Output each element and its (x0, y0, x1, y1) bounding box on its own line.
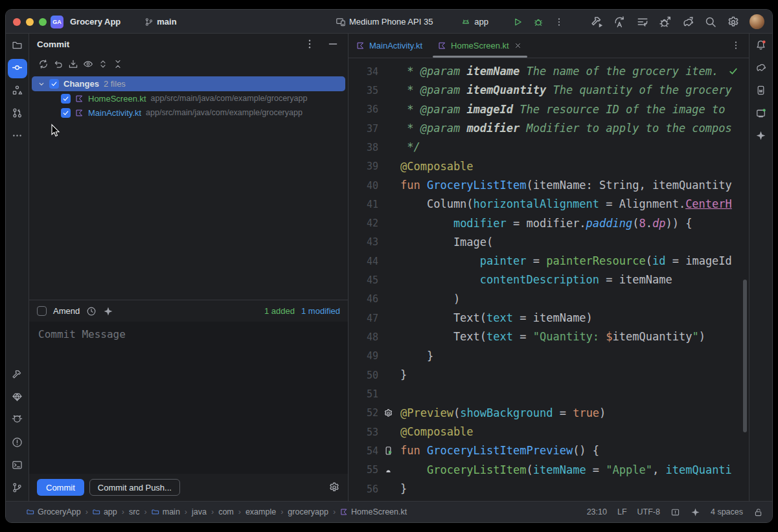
breadcrumb-item[interactable]: main (152, 507, 180, 516)
search-everywhere-icon[interactable] (704, 16, 717, 28)
tool-logcat[interactable] (8, 411, 27, 430)
commit-message-input[interactable]: Commit Message (29, 322, 348, 474)
inspections-ok-icon[interactable] (728, 66, 738, 76)
minimize-window-button[interactable] (26, 18, 34, 26)
code-line-40[interactable]: fun GroceryListItem(itemName: String, it… (400, 176, 749, 195)
changes-group-row[interactable]: Changes 2 files (32, 76, 345, 91)
encoding[interactable]: UTF-8 (637, 507, 660, 516)
code-line-45[interactable]: contentDescription = itemName (400, 271, 749, 289)
commit-and-push-button[interactable]: Commit and Push... (89, 479, 180, 496)
tool-pull-requests[interactable] (8, 104, 27, 124)
shelve-icon[interactable] (65, 56, 80, 72)
code-line-35[interactable]: * @param itemQuantity The quantity of th… (400, 81, 749, 100)
tool-app-quality[interactable] (8, 388, 27, 408)
breadcrumb-item[interactable]: src (129, 507, 140, 516)
debug-button[interactable] (533, 17, 543, 27)
breadcrumb-item[interactable]: groceryapp (288, 507, 328, 516)
view-options-icon[interactable] (80, 56, 95, 72)
commit-settings-gear-icon[interactable] (328, 482, 340, 493)
tool-version-control[interactable] (8, 479, 27, 498)
code-line-38[interactable]: */ (400, 138, 749, 157)
caret-position[interactable]: 23:10 (587, 507, 607, 516)
settings-icon[interactable] (727, 16, 740, 28)
changed-file-row[interactable]: MainActivity.kt app/src/main/java/com/ex… (32, 105, 345, 120)
ai-actions-icon[interactable] (613, 16, 626, 28)
breadcrumb-item[interactable]: app (93, 507, 117, 516)
breadcrumb-item[interactable]: com (218, 507, 234, 516)
code-line-50[interactable]: } (400, 366, 749, 384)
branch-selector[interactable]: main (142, 14, 189, 29)
ai-commit-message-icon[interactable] (103, 306, 113, 316)
zoom-window-button[interactable] (39, 18, 47, 26)
tab-options-icon[interactable] (731, 40, 742, 52)
file-checkbox[interactable] (61, 94, 71, 104)
line-ending[interactable]: LF (617, 507, 627, 516)
changed-file-row[interactable]: HomeScreen.kt app/src/main/java/com/exam… (32, 91, 345, 105)
profiler-icon[interactable] (659, 16, 672, 28)
close-window-button[interactable] (13, 18, 21, 26)
rollback-icon[interactable] (51, 56, 65, 72)
code-line-46[interactable]: ) (400, 290, 749, 309)
tool-device-manager[interactable] (751, 104, 771, 124)
commit-panel-hide-button[interactable] (327, 38, 339, 50)
tool-project[interactable] (8, 36, 27, 56)
breadcrumb-item[interactable]: GroceryApp (27, 507, 81, 516)
code-line-47[interactable]: Text(text = itemName) (400, 309, 749, 327)
code-line-41[interactable]: Column(horizontalAlignment = Alignment.C… (400, 195, 749, 214)
code-line-44[interactable]: painter = painterResource(id = imageId (400, 252, 749, 271)
breadcrumb-item[interactable]: HomeScreen.kt (340, 507, 407, 516)
changes-group-checkbox[interactable] (49, 79, 59, 89)
editor-scrollbar[interactable] (743, 280, 747, 432)
ai-assistant-icon[interactable] (691, 507, 700, 517)
commit-panel-options-button[interactable] (304, 38, 315, 50)
code-line-51[interactable] (400, 384, 749, 403)
collapse-all-icon[interactable] (110, 56, 125, 72)
code-area[interactable]: * @param itemName The name of the grocer… (400, 62, 749, 501)
commit-button[interactable]: Commit (37, 479, 84, 496)
code-line-53[interactable]: @Composable (400, 423, 749, 441)
code-line-34[interactable]: * @param itemName The name of the grocer… (400, 62, 749, 81)
code-line-48[interactable]: Text(text = "Quantity: $itemQuantity") (400, 327, 749, 346)
run-gutter-icon[interactable] (378, 446, 398, 456)
more-run-actions-button[interactable] (554, 17, 564, 27)
tool-commit[interactable] (8, 59, 27, 78)
code-line-42[interactable]: modifier = modifier.padding(8.dp)) { (400, 214, 749, 233)
code-line-55[interactable]: GroceryListItem(itemName = "Apple", item… (400, 461, 749, 480)
tool-problems[interactable] (8, 434, 27, 453)
code-line-52[interactable]: @Preview(showBackground = true) (400, 404, 749, 423)
build-run-icon[interactable] (591, 16, 604, 28)
code-line-54[interactable]: fun GroceryListItemPreview() { (400, 441, 749, 460)
code-line-37[interactable]: * @param modifier Modifier to apply to t… (400, 119, 749, 138)
gear-gutter-icon[interactable] (378, 408, 398, 418)
unlock-icon[interactable] (753, 507, 763, 517)
close-tab-icon[interactable] (514, 41, 522, 50)
commit-history-icon[interactable] (86, 306, 97, 316)
run-config-selector[interactable]: app (458, 14, 501, 30)
refresh-icon[interactable] (36, 56, 51, 72)
build-variants-icon[interactable] (636, 16, 649, 28)
code-line-49[interactable]: } (400, 347, 749, 366)
avatar[interactable] (749, 14, 764, 29)
tool-more[interactable] (8, 127, 27, 146)
indent-setting[interactable]: 4 spaces (711, 507, 743, 516)
code-line-43[interactable]: Image( (400, 233, 749, 252)
tool-gradle[interactable] (751, 59, 771, 78)
file-checkbox[interactable] (61, 108, 71, 118)
tool-terminal[interactable] (8, 456, 27, 476)
tree-expand-chevron-icon[interactable] (38, 81, 45, 87)
tool-structure[interactable] (8, 82, 27, 101)
run-button[interactable] (512, 17, 523, 27)
tab-MainActivity.kt[interactable]: MainActivity.kt (349, 34, 430, 58)
tool-build[interactable] (8, 366, 27, 385)
droid-gutter-icon[interactable] (378, 465, 398, 475)
project-selector[interactable]: Grocery App (67, 14, 133, 29)
code-line-39[interactable]: @Composable (400, 157, 749, 176)
code-line-36[interactable]: * @param imageId The resource ID of the … (400, 100, 749, 119)
code-line-56[interactable]: } (400, 480, 749, 498)
breadcrumb-item[interactable]: example (246, 507, 276, 516)
reader-mode-icon[interactable] (670, 507, 680, 517)
tool-running-devices[interactable] (751, 82, 771, 101)
breadcrumb-item[interactable]: java (192, 507, 207, 516)
expand-all-icon[interactable] (95, 56, 110, 72)
tab-HomeScreen.kt[interactable]: HomeScreen.kt (430, 34, 530, 58)
